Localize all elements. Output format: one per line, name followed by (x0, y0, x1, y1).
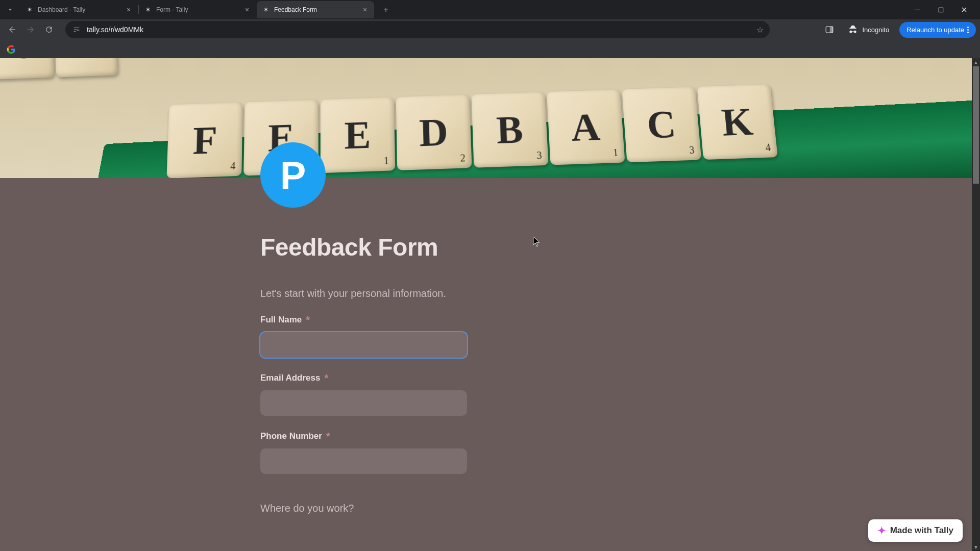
back-button[interactable] (4, 21, 20, 38)
cover-bg-tiles: BCS (0, 58, 118, 82)
tally-favicon-icon: ✶ (262, 6, 270, 14)
svg-rect-0 (915, 10, 920, 10)
menu-dots-icon (967, 27, 969, 33)
scroll-down-button[interactable]: ▼ (972, 543, 980, 551)
tab-close-button[interactable]: × (125, 6, 133, 14)
browser-titlebar: ✶ Dashboard - Tally × ✶ Form - Tally × ✶… (0, 0, 980, 19)
label-text: Email Address (260, 373, 320, 383)
form-area: P Feedback Form Let's start with your pe… (0, 178, 972, 551)
tab-close-button[interactable]: × (361, 6, 369, 14)
tab-dashboard[interactable]: ✶ Dashboard - Tally × (20, 1, 138, 18)
next-question-text: Where do you work? (260, 503, 618, 514)
google-icon (7, 45, 16, 54)
field-label: Phone Number * (260, 431, 618, 441)
incognito-label: Incognito (862, 26, 889, 34)
scrabble-tile: E1 (321, 97, 395, 173)
incognito-indicator[interactable]: Incognito (842, 24, 895, 35)
close-icon (961, 7, 967, 13)
scrabble-tile: F4 (166, 103, 242, 178)
tally-favicon-icon: ✶ (144, 6, 152, 14)
required-icon: * (324, 373, 328, 383)
tab-close-button[interactable]: × (243, 6, 251, 14)
badge-text: Made with Tally (890, 525, 953, 536)
field-full-name: Full Name * (260, 315, 618, 358)
side-panel-button[interactable] (821, 21, 838, 38)
url-input[interactable] (87, 26, 756, 34)
scrabble-tile: B3 (471, 92, 548, 167)
site-info-button[interactable] (71, 24, 82, 35)
cover-image: BCS F4E1E1D2B3A1C3K4 (0, 58, 972, 178)
email-input[interactable] (260, 390, 467, 416)
field-label: Full Name * (260, 315, 618, 325)
tab-feedback-form[interactable]: ✶ Feedback Form × (257, 1, 374, 18)
toolbar-right: Incognito Relaunch to update (821, 21, 976, 38)
maximize-icon (938, 7, 944, 13)
arrow-right-icon (26, 25, 35, 34)
field-label: Email Address * (260, 373, 618, 383)
reload-button[interactable] (41, 21, 57, 38)
scrollbar[interactable]: ▲ ▼ (972, 58, 980, 551)
side-panel-icon (825, 25, 834, 34)
made-with-tally-badge[interactable]: ✦ Made with Tally (868, 519, 963, 542)
tab-form[interactable]: ✶ Form - Tally × (139, 1, 256, 18)
relaunch-label: Relaunch to update (906, 26, 964, 34)
svg-rect-3 (830, 27, 833, 33)
bookmark-star-button[interactable]: ☆ (756, 25, 764, 35)
tab-title: Dashboard - Tally (38, 6, 125, 13)
browser-toolbar: ☆ Incognito Relaunch to update (0, 19, 980, 40)
incognito-icon (848, 24, 858, 35)
avatar-letter: P (280, 153, 306, 197)
relaunch-button[interactable]: Relaunch to update (899, 22, 976, 38)
full-name-input[interactable] (260, 332, 467, 358)
scrabble-tile: D2 (396, 94, 472, 170)
svg-rect-1 (939, 8, 943, 12)
form-subtitle: Let's start with your personal informati… (260, 288, 618, 299)
form-title: Feedback Form (260, 233, 618, 261)
address-bar[interactable]: ☆ (65, 21, 770, 38)
tally-favicon-icon: ✶ (26, 6, 34, 14)
field-phone: Phone Number * (260, 431, 618, 474)
scroll-up-button[interactable]: ▲ (972, 58, 980, 66)
maximize-button[interactable] (929, 2, 952, 17)
form-container: Feedback Form Let's start with your pers… (260, 233, 618, 514)
sparkle-icon: ✦ (877, 524, 886, 537)
tab-strip: ✶ Dashboard - Tally × ✶ Form - Tally × ✶… (0, 0, 393, 19)
scrabble-tile: A1 (547, 89, 625, 165)
bookmarks-bar (0, 40, 980, 58)
scrabble-tile: C3 (622, 87, 701, 162)
arrow-left-icon (8, 25, 17, 34)
required-icon: * (326, 431, 330, 441)
minimize-button[interactable] (905, 2, 929, 17)
page-viewport: BCS F4E1E1D2B3A1C3K4 P Feedback Form Let… (0, 58, 980, 551)
field-email: Email Address * (260, 373, 618, 416)
minimize-icon (914, 7, 920, 13)
bookmark-google[interactable] (5, 43, 17, 56)
window-controls (905, 2, 980, 17)
form-avatar: P (260, 142, 326, 208)
label-text: Full Name (260, 315, 302, 325)
close-window-button[interactable] (952, 2, 976, 17)
label-text: Phone Number (260, 431, 322, 441)
search-tabs-button[interactable] (2, 2, 18, 18)
chevron-down-icon (7, 6, 14, 13)
phone-input[interactable] (260, 448, 467, 474)
forward-button[interactable] (22, 21, 39, 38)
scrollbar-thumb[interactable] (973, 66, 979, 184)
tab-title: Feedback Form (274, 6, 361, 13)
new-tab-button[interactable]: ＋ (379, 3, 393, 17)
required-icon: * (306, 315, 310, 325)
reload-icon (44, 25, 54, 34)
tune-icon (73, 26, 80, 33)
scrabble-tile: K4 (697, 84, 778, 160)
tab-title: Form - Tally (156, 6, 243, 13)
